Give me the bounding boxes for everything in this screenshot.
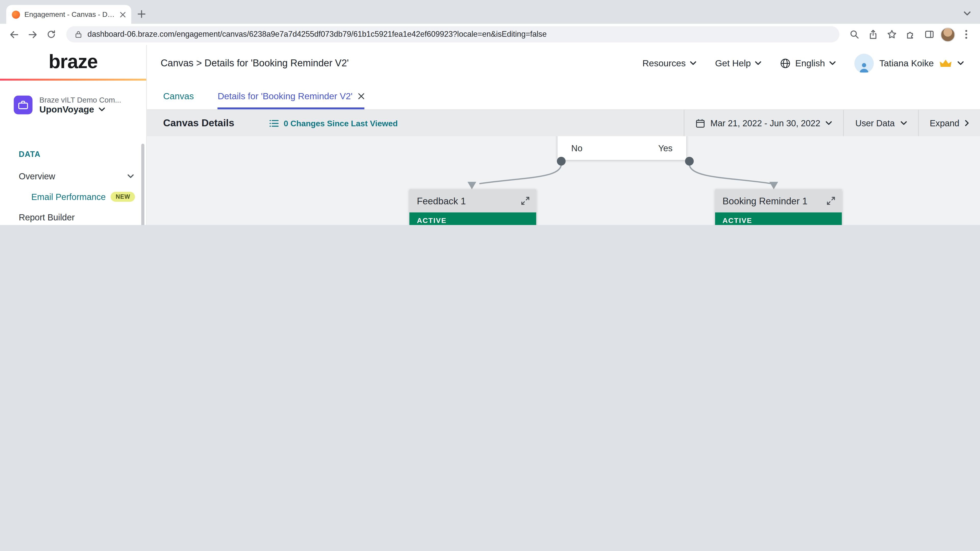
braze-logo[interactable]: braze (0, 45, 146, 79)
company-briefcase-icon (14, 96, 32, 114)
url-text: dashboard-06.braze.com/engagement/canvas… (88, 30, 547, 39)
chevron-down-icon (900, 121, 907, 125)
card-header: Booking Reminder 1 (715, 189, 842, 213)
sidebar-item-label: Overview (19, 171, 55, 181)
new-badge: NEW (111, 192, 135, 202)
chevron-down-icon (829, 61, 835, 65)
browser-toolbar: dashboard-06.braze.com/engagement/canvas… (0, 24, 980, 45)
padlock-icon (74, 30, 83, 39)
tab-close-icon[interactable] (120, 11, 126, 17)
canvas-flow[interactable]: No Yes Feedback 1 ACT (147, 136, 980, 225)
calendar-icon (695, 118, 705, 128)
nav-chevron (127, 174, 134, 178)
app-header: Canvas > Details for 'Booking Reminder V… (147, 45, 980, 81)
canvas-step-card-booking-reminder-1[interactable]: Booking Reminder 1 ACTIVE Entries0Exited… (715, 189, 842, 225)
site-favicon-icon (12, 10, 20, 18)
get-help-menu[interactable]: Get Help (715, 58, 762, 68)
language-menu[interactable]: English (780, 58, 835, 68)
tab-details-label: Details for 'Booking Reminder V2' (218, 91, 353, 101)
card-title: Feedback 1 (417, 196, 520, 206)
get-help-label: Get Help (715, 58, 751, 68)
chevron-down-icon (127, 174, 134, 178)
page-title: Canvas Details (163, 118, 234, 129)
resources-label: Resources (642, 58, 686, 68)
branch-port-yes (685, 157, 694, 165)
branch-label-no: No (571, 143, 582, 153)
chevron-down-icon (826, 121, 832, 125)
canvas-step-card-feedback-1[interactable]: Feedback 1 ACTIVE Entries0Exited Canvas0… (409, 189, 536, 225)
workspace-tabs: Canvas Details for 'Booking Reminder V2' (147, 81, 980, 110)
browser-tab[interactable]: Engagement - Canvas - Details (6, 5, 131, 24)
main-content: Canvas > Details for 'Booking Reminder V… (147, 45, 980, 225)
back-button[interactable] (6, 27, 21, 42)
braze-app: braze Braze vILT Demo Com... UponVoyage … (0, 45, 980, 225)
changes-since-link[interactable]: 0 Changes Since Last Viewed (269, 118, 398, 128)
sidebar-item-report-builder[interactable]: Report Builder (0, 207, 146, 225)
extensions-puzzle-icon[interactable] (903, 27, 918, 42)
menu-kebab-icon[interactable] (959, 27, 974, 42)
sidebar-scrollbar-thumb[interactable] (141, 144, 144, 225)
expand-card-icon[interactable] (826, 196, 836, 206)
branch-label-yes: Yes (658, 143, 673, 153)
status-badge: ACTIVE (409, 213, 536, 225)
date-range-picker[interactable]: Mar 21, 2022 - Jun 30, 2022 (683, 110, 843, 136)
expand-label: Expand (930, 118, 959, 128)
chevron-down-icon (958, 61, 964, 65)
browser-tab-strip: Engagement - Canvas - Details (0, 0, 980, 24)
resources-menu[interactable]: Resources (642, 58, 696, 68)
date-range-label: Mar 21, 2022 - Jun 30, 2022 (710, 118, 820, 128)
sidebar: braze Braze vILT Demo Com... UponVoyage … (0, 45, 147, 225)
language-label: English (795, 58, 825, 68)
user-name: Tatiana Koike (880, 58, 934, 68)
tab-canvas[interactable]: Canvas (163, 91, 194, 110)
changes-since-label: 0 Changes Since Last Viewed (283, 118, 398, 128)
card-header: Feedback 1 (409, 189, 536, 213)
user-data-label: User Data (855, 118, 894, 128)
zoom-icon[interactable] (847, 27, 862, 42)
breadcrumb: Canvas > Details for 'Booking Reminder V… (161, 57, 348, 68)
braze-wordmark: braze (48, 51, 97, 73)
tab-list-chevron-icon[interactable] (964, 11, 970, 16)
new-tab-button[interactable] (138, 10, 146, 18)
tab-details-close-icon[interactable] (358, 93, 364, 99)
address-bar[interactable]: dashboard-06.braze.com/engagement/canvas… (66, 26, 839, 43)
brand-gradient-bar (0, 79, 146, 81)
side-panel-icon[interactable] (922, 27, 937, 42)
sidebar-item-label: Email Performance (31, 192, 106, 202)
expand-button[interactable]: Expand (918, 110, 980, 136)
crown-icon (939, 59, 952, 68)
sidebar-section-title-data: DATA (0, 143, 146, 165)
forward-button[interactable] (25, 27, 40, 42)
user-menu[interactable]: Tatiana Koike (854, 53, 964, 73)
chevron-down-icon (755, 61, 761, 65)
company-name: Braze vILT Demo Com... (39, 96, 121, 104)
workspace-name: UponVoyage (39, 104, 94, 114)
reload-button[interactable] (44, 27, 59, 42)
sidebar-item-email-performance[interactable]: Email PerformanceNEW (0, 186, 146, 207)
globe-icon (780, 58, 791, 68)
chevron-right-icon (965, 120, 969, 126)
user-avatar (854, 53, 874, 73)
bookmark-star-icon[interactable] (884, 27, 899, 42)
company-text: Braze vILT Demo Com... UponVoyage (39, 96, 121, 114)
header-actions: Resources Get Help English (642, 53, 964, 73)
expand-card-icon[interactable] (520, 196, 530, 206)
changes-list-icon (269, 119, 279, 127)
browser-tab-title: Engagement - Canvas - Details (24, 11, 116, 18)
chevron-down-icon (99, 107, 105, 111)
user-data-dropdown[interactable]: User Data (843, 110, 918, 136)
sidebar-item-overview[interactable]: Overview (0, 165, 146, 186)
status-badge: ACTIVE (715, 213, 842, 225)
card-title: Booking Reminder 1 (722, 196, 826, 206)
tab-details[interactable]: Details for 'Booking Reminder V2' (218, 91, 364, 110)
browser-profile-avatar[interactable] (941, 27, 955, 41)
chevron-down-icon (690, 61, 696, 65)
workspace-switcher[interactable]: Braze vILT Demo Com... UponVoyage (0, 81, 146, 114)
details-bar-controls: Mar 21, 2022 - Jun 30, 2022 User Data Ex… (683, 110, 980, 136)
canvas-details-bar: Canvas Details 0 Changes Since Last View… (147, 110, 980, 136)
sidebar-item-label: Report Builder (19, 212, 75, 222)
share-icon[interactable] (865, 27, 881, 42)
browser-window: Engagement - Canvas - Details dashboard-… (0, 0, 980, 225)
sidebar-nav: DATAOverviewEmail PerformanceNEWReport B… (0, 114, 146, 225)
decision-split-node[interactable]: No Yes (557, 136, 686, 160)
